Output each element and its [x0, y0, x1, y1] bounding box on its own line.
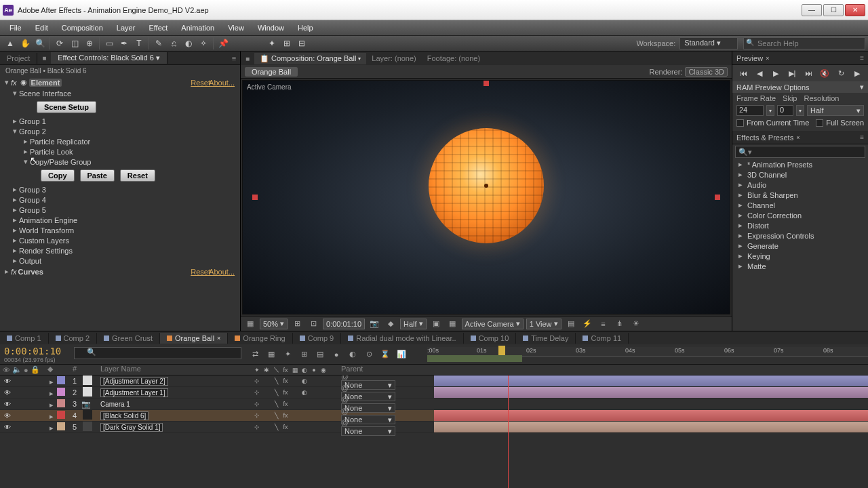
handle-left[interactable]	[252, 195, 258, 200]
layer-name[interactable]: Camera 1	[100, 401, 130, 408]
group4-item[interactable]: Group 4	[19, 196, 46, 204]
paste-button[interactable]: Paste	[80, 169, 115, 182]
preset-blur[interactable]: Blur & Sharpen	[747, 191, 798, 199]
track-4[interactable]	[434, 410, 868, 421]
frame-rate-input[interactable]: 24	[736, 105, 764, 116]
reset-link[interactable]: Reset	[191, 79, 210, 87]
preset-keying[interactable]: Keying	[747, 252, 770, 260]
preset-generate[interactable]: Generate	[747, 242, 778, 250]
pickwhip-icon[interactable]: @	[341, 407, 349, 415]
pixel-aspect-icon[interactable]: ▤	[564, 318, 578, 330]
channel-icon[interactable]: ◆	[384, 318, 397, 330]
selection-tool-icon[interactable]: ▲	[3, 37, 18, 50]
resolution-select[interactable]: Half▾	[400, 319, 427, 329]
custom-layers-item[interactable]: Custom Layers	[19, 237, 69, 245]
preset-animation[interactable]: * Animation Presets	[747, 161, 812, 169]
label-chip[interactable]	[57, 388, 65, 396]
group5-item[interactable]: Group 5	[19, 206, 46, 214]
pickwhip-icon[interactable]: @	[341, 375, 349, 380]
menu-file[interactable]: File	[3, 22, 28, 33]
playhead[interactable]	[498, 346, 505, 355]
fr-dropdown[interactable]: ▾	[766, 105, 774, 116]
renderer-value[interactable]: Classic 3D	[685, 67, 728, 77]
handle-top[interactable]	[484, 81, 489, 86]
curves-about-link[interactable]: About...	[209, 268, 235, 276]
tl-tool7-icon[interactable]: ◐	[346, 348, 359, 361]
camera-tool-icon[interactable]: ◫	[67, 37, 82, 50]
eraser-tool-icon[interactable]: ◐	[181, 37, 196, 50]
comp-tab-2[interactable]: Green Crust	[97, 333, 160, 344]
twirl-icon[interactable]: ▸	[47, 401, 56, 409]
output-item[interactable]: Output	[19, 257, 41, 265]
layer-name[interactable]: [Black Solid 6]	[100, 411, 149, 420]
play-button[interactable]: ▶	[769, 67, 783, 79]
particle-replicator-item[interactable]: Particle Replicator	[30, 138, 90, 146]
tl-tool9-icon[interactable]: ⌛	[378, 348, 392, 361]
layer-name-column[interactable]: Layer Name	[98, 365, 250, 375]
menu-window[interactable]: Window	[251, 22, 291, 33]
pickwhip-icon[interactable]: @	[341, 384, 349, 392]
transparency-icon[interactable]: ▦	[446, 318, 459, 330]
ep-menu-icon[interactable]: ≡	[860, 134, 864, 141]
menu-layer[interactable]: Layer	[110, 22, 142, 33]
parent-select[interactable]: None▾	[341, 426, 395, 436]
preview-close-icon[interactable]: ×	[766, 55, 769, 62]
reset-button[interactable]: Reset	[120, 169, 155, 182]
maximize-button[interactable]: ☐	[823, 4, 844, 16]
tl-tool2-icon[interactable]: ▦	[264, 348, 278, 361]
eye-icon[interactable]: ◉	[20, 78, 27, 87]
track-1[interactable]	[434, 375, 868, 386]
first-frame-button[interactable]: ⏮	[736, 67, 750, 79]
audio-button[interactable]: 🔇	[818, 67, 831, 79]
scene-setup-button[interactable]: Scene Setup	[37, 101, 96, 113]
effects-presets-tab[interactable]: Effects & Presets	[736, 134, 793, 142]
preset-matte[interactable]: Matte	[747, 262, 766, 270]
label-chip[interactable]	[57, 411, 65, 419]
layer-tab[interactable]: Layer: (none)	[366, 53, 421, 64]
rotate-tool-icon[interactable]: ⟳	[52, 37, 67, 50]
snap-tool-icon[interactable]: ⊞	[279, 37, 294, 50]
lock-icon[interactable]: ■	[37, 54, 51, 62]
workspace-select[interactable]: Standard ▾	[679, 37, 738, 49]
layer-name[interactable]: [Adjustment Layer 1]	[100, 388, 168, 397]
world-transform-item[interactable]: World Transform	[19, 226, 74, 235]
preset-3d-channel[interactable]: 3D Channel	[747, 171, 787, 179]
ep-close-icon[interactable]: ×	[796, 134, 800, 141]
ram-preview-button[interactable]: ▶	[850, 67, 864, 79]
comp-tab-6[interactable]: Radial dual mode with Linear..	[341, 333, 463, 344]
twirl-icon[interactable]: ▾	[3, 78, 11, 87]
composition-tab[interactable]: 📋Composition: Orange Ball▾	[254, 53, 366, 64]
eye-icon[interactable]: 👁	[3, 424, 12, 431]
hand-tool-icon[interactable]: ✋	[18, 37, 33, 50]
eye-icon[interactable]: 👁	[3, 401, 12, 408]
comp-flow-icon[interactable]: ⋔	[613, 318, 627, 330]
preset-distort[interactable]: Distort	[747, 222, 769, 230]
magnify-icon[interactable]: ▦	[243, 318, 257, 330]
pen-tool-icon[interactable]: ✒	[117, 37, 132, 50]
search-help-input[interactable]: Search Help	[743, 37, 865, 49]
eye-icon[interactable]: 👁	[3, 378, 12, 385]
tl-tool3-icon[interactable]: ✦	[281, 348, 294, 361]
eye-icon[interactable]: 👁	[3, 389, 12, 396]
pan-behind-tool-icon[interactable]: ⊕	[82, 37, 97, 50]
footage-tab[interactable]: Footage: (none)	[422, 53, 486, 64]
effect-element-header[interactable]: ▾ fx ◉ Element Reset About...	[0, 77, 240, 88]
copy-paste-item[interactable]: Copy/Paste Group	[30, 158, 92, 166]
handle-right[interactable]	[715, 195, 720, 200]
views-select[interactable]: 1 View▾	[526, 319, 561, 329]
presets-search-input[interactable]: 🔍▾	[735, 146, 865, 158]
exposure-icon[interactable]: ☀	[629, 318, 643, 330]
current-time[interactable]: 0:00:01:10	[4, 346, 67, 357]
fullscreen-checkbox[interactable]	[816, 119, 823, 127]
track-5[interactable]	[434, 422, 868, 432]
ram-options-label[interactable]: RAM Preview Options	[736, 83, 810, 92]
timeline-icon[interactable]: ≡	[597, 318, 610, 330]
comp-tab-9[interactable]: Comp 11	[576, 333, 629, 344]
comp-tab-5[interactable]: Comp 9	[293, 333, 342, 344]
track-2[interactable]	[434, 387, 868, 398]
comp-tab-8[interactable]: Time Delay	[516, 333, 576, 344]
rect-tool-icon[interactable]: ▭	[102, 37, 117, 50]
preset-audio[interactable]: Audio	[747, 181, 766, 189]
pickwhip-icon[interactable]: @	[341, 418, 349, 426]
next-frame-button[interactable]: ▶|	[785, 67, 799, 79]
